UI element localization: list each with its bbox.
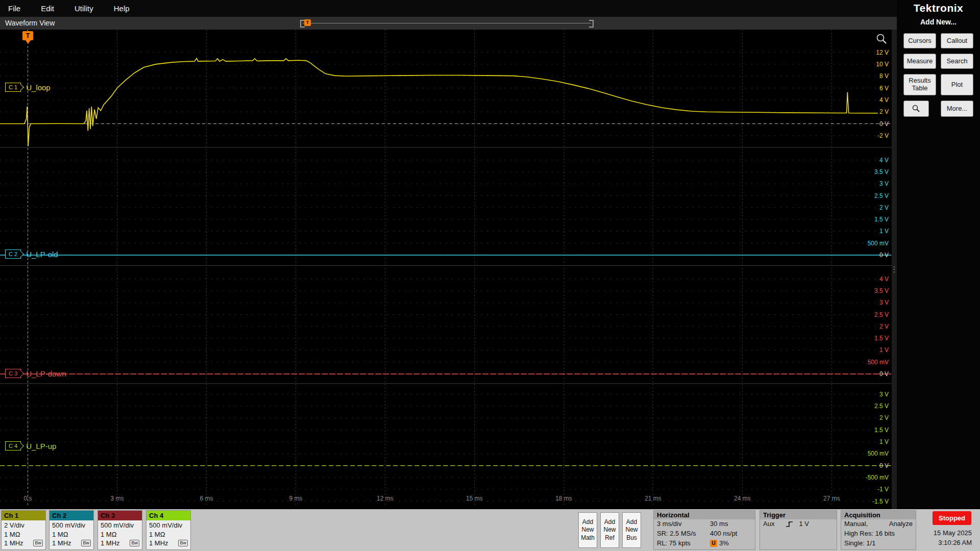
impedance-ch1: 1 MΩ	[4, 530, 43, 539]
channel-name-ch1: U_loop	[26, 83, 51, 92]
vertical-scale-ch2: 500 mV/div	[52, 521, 91, 530]
channel-header-ch3: Ch 3	[98, 511, 142, 520]
channel-tag-label: C 2	[9, 251, 17, 257]
add-new-ref-button[interactable]: Add New Ref	[600, 512, 619, 548]
panel-splitter[interactable]: ⋮	[892, 30, 897, 509]
add-new-label: Add New...	[897, 18, 980, 26]
trigger-indicator-icon[interactable]: T	[22, 31, 33, 40]
horizontal-panel-title: Horizontal	[654, 511, 755, 519]
measure-button[interactable]: Measure	[903, 54, 936, 69]
menu-file[interactable]: File	[0, 4, 31, 13]
channel-tag-ch3: C 3	[5, 369, 21, 378]
bandwidth-badge-icon: Bw	[81, 540, 91, 546]
label-line: Ref	[601, 534, 619, 542]
label-line: Add	[601, 518, 619, 527]
label-line: New	[579, 526, 597, 534]
trigger-position-marker-icon[interactable]: T	[304, 19, 311, 26]
datetime: 15 May 2025 3:10:26 AM	[934, 529, 972, 548]
plot-button[interactable]: Plot	[941, 74, 973, 95]
acquisition-panel[interactable]: Acquisition Manual,Analyze High Res: 16 …	[841, 510, 916, 550]
channel-tag-ch1: C 1	[5, 83, 21, 92]
bandwidth-ch3: 1 MHz	[101, 539, 120, 548]
acquisition-detail: High Res: 16 bits	[844, 530, 895, 538]
bandwidth-ch4: 1 MHz	[149, 539, 168, 548]
results-table-button[interactable]: Results Table	[903, 74, 936, 95]
trigger-flag-tail	[26, 40, 31, 44]
channel-settings-ch4[interactable]: Ch 4 500 mV/div 1 MΩ 1 MHzBw	[146, 510, 191, 550]
impedance-ch2: 1 MΩ	[52, 530, 91, 539]
channel-header-ch4: Ch 4	[146, 511, 190, 520]
trace-ch1	[0, 58, 878, 146]
trigger-letter: T	[26, 32, 30, 39]
channel-tag-label: C 1	[9, 84, 17, 90]
menu-bar: File Edit Utility Help	[0, 0, 897, 17]
channel-name-ch4: U_LP-up	[26, 442, 56, 450]
add-new-math-button[interactable]: Add New Math	[578, 512, 597, 548]
channel-settings-ch3[interactable]: Ch 3 500 mV/div 1 MΩ 1 MHzBw	[97, 510, 142, 550]
search-button[interactable]: Search	[941, 54, 973, 69]
label-line: New	[601, 526, 619, 534]
callout-button[interactable]: Callout	[941, 33, 973, 48]
channel-tag-label: C 4	[9, 443, 17, 449]
record-length: RL: 75 kpts	[657, 539, 710, 548]
zoom-icon[interactable]	[875, 33, 889, 46]
tektronix-logo: Tektronix	[897, 2, 980, 14]
waveform-display[interactable]: 12 V10 V8 V6 V4 V2 V0 V-2 V4 V3.5 V3 V2.…	[0, 30, 892, 509]
record-view-minimap[interactable]: T	[300, 19, 594, 28]
trigger-panel[interactable]: Trigger Aux 1 V	[760, 510, 837, 550]
bandwidth-badge-icon: Bw	[130, 540, 139, 546]
vertical-scale-ch4: 500 mV/div	[149, 521, 188, 530]
channel-settings-ch2[interactable]: Ch 2 500 mV/div 1 MΩ 1 MHzBw	[49, 510, 94, 550]
acquisition-single: Single: 1/1	[844, 539, 875, 548]
waveform-view-titlebar: Waveform View T	[0, 17, 897, 30]
acquisition-mode: Manual,	[844, 520, 868, 529]
add-new-bus-button[interactable]: Add New Bus	[622, 512, 641, 548]
vertical-scale-ch1: 2 V/div	[4, 521, 43, 530]
minimap-right-bracket	[589, 20, 594, 28]
impedance-ch3: 1 MΩ	[101, 530, 139, 539]
run-stop-status-button[interactable]: Stopped	[933, 511, 971, 525]
status-bar: Ch 1 2 V/div 1 MΩ 1 MHzBw Ch 2 500 mV/di…	[0, 509, 980, 551]
channel-badge-ch1[interactable]: C 1 U_loop	[5, 83, 51, 92]
zoom-mode-button[interactable]	[903, 101, 929, 117]
sample-resolution: 400 ns/pt	[710, 530, 738, 538]
right-sidebar: Tektronix Add New... Cursors Callout Mea…	[897, 0, 980, 509]
label-line: Bus	[623, 534, 641, 542]
more-button[interactable]: More...	[941, 101, 973, 117]
acquisition-analyze: Analyze	[889, 520, 913, 529]
bandwidth-ch2: 1 MHz	[52, 539, 71, 548]
channel-header-ch1: Ch 1	[2, 511, 45, 520]
label-line: New	[623, 526, 641, 534]
channel-name-ch2: U_LP-old	[26, 250, 58, 259]
magnifier-icon	[912, 104, 921, 113]
minimap-line	[303, 23, 591, 23]
menu-edit[interactable]: Edit	[31, 4, 64, 13]
acquisition-panel-title: Acquisition	[841, 511, 916, 519]
horizontal-window: 30 ms	[710, 520, 728, 529]
sample-rate: SR: 2.5 MS/s	[657, 530, 710, 538]
bandwidth-ch1: 1 MHz	[4, 539, 23, 548]
vertical-scale-ch3: 500 mV/div	[101, 521, 139, 530]
cursors-button[interactable]: Cursors	[903, 33, 936, 48]
label-line: Math	[579, 534, 597, 542]
channel-header-ch2: Ch 2	[50, 511, 93, 520]
channel-badge-ch2[interactable]: C 2 U_LP-old	[5, 249, 58, 259]
channel-settings-ch1[interactable]: Ch 1 2 V/div 1 MΩ 1 MHzBw	[1, 510, 46, 550]
trigger-position-badge-icon: U	[710, 540, 717, 547]
trigger-source: Aux	[763, 520, 774, 529]
menu-help[interactable]: Help	[104, 4, 140, 13]
channel-badge-ch4[interactable]: C 4 U_LP-up	[5, 441, 56, 450]
menu-utility[interactable]: Utility	[64, 4, 104, 13]
label-line: Add	[623, 518, 641, 527]
trigger-level: 1 V	[799, 520, 809, 529]
waveform-canvas	[0, 30, 892, 509]
label-line: Add	[579, 518, 597, 527]
impedance-ch4: 1 MΩ	[149, 530, 188, 539]
channel-badge-ch3[interactable]: C 3 U_LP-down	[5, 369, 66, 378]
trigger-panel-title: Trigger	[760, 511, 837, 519]
channel-name-ch3: U_LP-down	[26, 369, 66, 378]
bandwidth-badge-icon: Bw	[33, 540, 43, 546]
trigger-position-percent: 3%	[719, 539, 729, 548]
time: 3:10:26 AM	[934, 538, 972, 548]
horizontal-panel[interactable]: Horizontal 3 ms/div30 ms SR: 2.5 MS/s400…	[653, 510, 755, 550]
